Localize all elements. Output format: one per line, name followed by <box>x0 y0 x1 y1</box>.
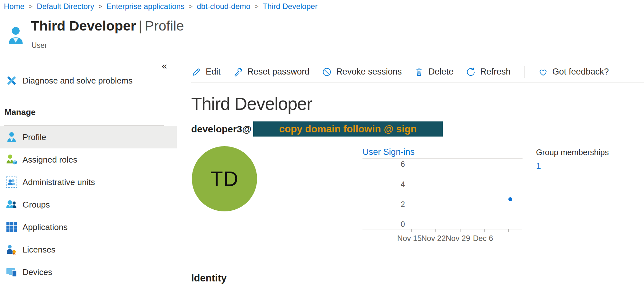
main-content: Edit Reset password Revoke sessions <box>191 51 644 284</box>
sidebar: « Diagnose and solve problems Manage Pro… <box>0 51 177 284</box>
group-memberships-label: Group memberships <box>536 148 609 157</box>
licenses-icon <box>6 244 17 255</box>
sidebar-item-label: Diagnose and solve problems <box>22 76 133 86</box>
delete-button-label: Delete <box>428 67 453 77</box>
breadcrumb-default-directory[interactable]: Default Directory <box>37 2 94 11</box>
sidebar-item-licenses[interactable]: Licenses <box>0 238 177 261</box>
edit-button-label: Edit <box>206 67 221 77</box>
breadcrumb-dbt-cloud-demo[interactable]: dbt-cloud-demo <box>197 2 250 11</box>
got-feedback-button-label: Got feedback? <box>552 67 609 77</box>
domain-redaction-overlay: copy domain followin @ sign <box>253 121 443 137</box>
revoke-sessions-button-label: Revoke sessions <box>336 67 402 77</box>
person-icon <box>6 131 17 143</box>
sign-in-data-point <box>508 197 512 201</box>
breadcrumb-home[interactable]: Home <box>4 2 24 11</box>
group-memberships: Group memberships 1 <box>536 148 609 171</box>
breadcrumb-separator-icon: > <box>254 3 259 10</box>
heart-icon <box>538 67 548 77</box>
breadcrumb-separator-icon: > <box>28 3 33 10</box>
y-tick-label: 0 <box>395 220 405 229</box>
user-display-name: Third Developer <box>191 93 312 114</box>
applications-grid-icon <box>6 221 17 233</box>
y-tick-label: 4 <box>395 180 405 189</box>
command-bar: Edit Reset password Revoke sessions <box>191 51 644 83</box>
revoke-sessions-button[interactable]: Revoke sessions <box>322 67 402 77</box>
x-axis-tick <box>508 229 509 232</box>
sidebar-item-administrative-units[interactable]: Administrative units <box>0 171 177 193</box>
x-axis-tick <box>435 229 436 232</box>
devices-icon <box>6 266 17 278</box>
refresh-icon <box>466 67 476 77</box>
sidebar-nav: Profile Assigned roles <box>0 126 177 283</box>
sidebar-item-applications[interactable]: Applications <box>0 216 177 238</box>
y-tick-label: 2 <box>395 200 405 209</box>
block-icon <box>322 67 332 77</box>
edit-button[interactable]: Edit <box>191 67 221 77</box>
avatar: TD <box>192 146 257 211</box>
sidebar-item-profile[interactable]: Profile <box>0 126 177 148</box>
reset-password-button-label: Reset password <box>247 67 310 77</box>
sidebar-item-label: Devices <box>22 267 52 277</box>
trash-icon <box>414 67 424 77</box>
got-feedback-button[interactable]: Got feedback? <box>538 67 609 77</box>
sidebar-item-label: Licenses <box>22 245 56 255</box>
diagnose-tools-icon <box>6 75 17 86</box>
redaction-note: copy domain followin @ sign <box>279 123 417 135</box>
sidebar-collapse-button[interactable]: « <box>162 61 167 71</box>
breadcrumb-separator-icon: > <box>98 3 103 10</box>
administrative-units-icon <box>6 176 17 188</box>
sidebar-item-diagnose[interactable]: Diagnose and solve problems <box>0 71 177 91</box>
breadcrumb-separator-icon: > <box>188 3 193 10</box>
sidebar-section-header: Manage <box>4 107 36 117</box>
breadcrumb-third-developer[interactable]: Third Developer <box>263 2 318 11</box>
x-tick-label: Dec 6 <box>467 234 499 243</box>
sidebar-item-assigned-roles[interactable]: Assigned roles <box>0 148 177 171</box>
key-icon <box>233 67 243 77</box>
sidebar-item-label: Profile <box>22 132 46 142</box>
page-title-name: Third Developer <box>31 18 136 33</box>
toolbar-separator <box>524 66 524 78</box>
sidebar-divider <box>4 125 164 126</box>
groups-icon <box>6 199 17 210</box>
sidebar-item-label: Administrative units <box>22 177 95 187</box>
sidebar-item-label: Applications <box>22 222 67 232</box>
user-avatar-icon <box>7 26 24 46</box>
x-axis-tick <box>411 229 412 232</box>
upn-prefix: developer3@ <box>191 124 252 135</box>
assigned-roles-icon <box>6 154 17 165</box>
y-tick-label: 6 <box>395 160 405 169</box>
x-axis-tick <box>460 229 461 232</box>
sidebar-item-devices[interactable]: Devices <box>0 261 177 283</box>
user-principal-name: developer3@ copy domain followin @ sign <box>191 121 443 137</box>
sidebar-item-groups[interactable]: Groups <box>0 193 177 216</box>
identity-section-heading: Identity <box>191 272 227 284</box>
user-sign-ins-chart: User Sign-ins 6 4 2 0 Nov 15 Nov 22 Nov … <box>362 147 523 247</box>
reset-password-button[interactable]: Reset password <box>233 67 310 77</box>
refresh-button-label: Refresh <box>480 67 511 77</box>
page-title-separator: | <box>136 18 145 33</box>
section-divider <box>191 262 628 262</box>
breadcrumb-enterprise-applications[interactable]: Enterprise applications <box>106 2 184 11</box>
azure-portal-user-profile-page: Home > Default Directory > Enterprise ap… <box>0 0 644 284</box>
delete-button[interactable]: Delete <box>414 67 453 77</box>
page-title: Third Developer|Profile <box>31 18 184 34</box>
chart-title-link[interactable]: User Sign-ins <box>362 147 415 157</box>
breadcrumb: Home > Default Directory > Enterprise ap… <box>4 2 318 11</box>
x-axis-tick <box>484 229 485 232</box>
page-title-section: Profile <box>145 18 184 33</box>
group-memberships-count-link[interactable]: 1 <box>536 161 541 171</box>
page-subtitle: User <box>31 41 47 50</box>
pencil-icon <box>191 67 201 77</box>
sidebar-item-label: Assigned roles <box>22 155 77 165</box>
refresh-button[interactable]: Refresh <box>466 67 511 77</box>
sidebar-item-label: Groups <box>22 200 50 210</box>
chart-divider <box>362 158 523 159</box>
x-axis-line <box>362 229 522 229</box>
